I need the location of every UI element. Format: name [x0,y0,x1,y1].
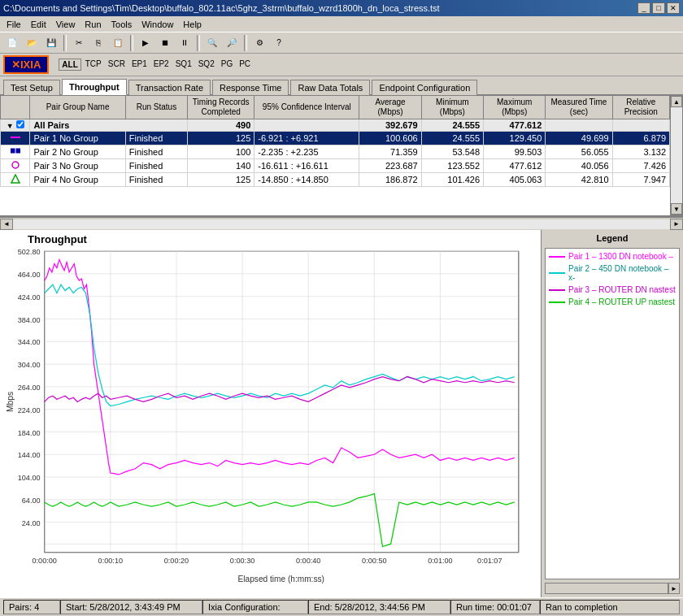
pair1-icon [1,132,30,145]
results-table: Pair Group Name Run Status Timing Record… [0,95,670,187]
paste-button[interactable]: 📋 [109,34,127,52]
menu-help[interactable]: Help [178,18,207,31]
scroll-down-button[interactable]: ▼ [671,203,682,215]
zoom-out-button[interactable]: 🔎 [223,34,241,52]
data-table-area: Pair Group Name Run Status Timing Record… [0,95,683,217]
tab-response-time[interactable]: Response Time [212,80,289,95]
chart-area: Throughput [0,230,541,597]
col-relative-precision: Relative Precision [612,96,669,119]
svg-text:0:00:00: 0:00:00 [32,557,56,565]
filter-tcp[interactable]: TCP [83,59,104,71]
menu-tools[interactable]: Tools [107,18,137,31]
zoom-in-button[interactable]: 🔍 [203,34,221,52]
legend-scroll-right[interactable]: ► [668,583,680,594]
filter-sq1[interactable]: SQ1 [173,59,194,71]
pair1-precision: 6.879 [612,132,669,145]
filter-ep1[interactable]: EP1 [129,59,150,71]
tab-throughput[interactable]: Throughput [62,79,127,95]
filter-sq2[interactable]: SQ2 [196,59,217,71]
pair2-icon [1,145,30,159]
scroll-right-button[interactable]: ► [670,219,683,230]
table-row[interactable]: Pair 4 No Group Finished 125 -14.850 : +… [1,173,670,187]
status-start: Start: 5/28/2012, 3:43:49 PM [60,600,202,614]
scroll-left-button[interactable]: ◄ [0,219,13,230]
chart-svg: 502.80 464.00 424.00 384.00 344.00 304.0… [3,247,531,590]
filter-scr[interactable]: SCR [106,59,128,71]
menu-run[interactable]: Run [80,18,106,31]
svg-text:0:00:40: 0:00:40 [296,557,320,565]
pair4-minimum: 101.426 [421,173,483,187]
status-end: End: 5/28/2012, 3:44:56 PM [308,600,450,614]
tab-transaction-rate[interactable]: Transaction Rate [128,80,211,95]
pair1-records: 125 [188,132,254,145]
svg-text:384.00: 384.00 [18,316,41,324]
table-row[interactable]: Pair 2 No Group Finished 100 -2.235 : +2… [1,145,670,159]
filter-all[interactable]: ALL [59,59,80,71]
pair2-records: 100 [188,145,254,159]
ixia-logo: ✕IXIA [3,55,49,74]
pair3-maximum: 477.612 [484,159,546,173]
window-controls[interactable]: _ □ ✕ [637,2,680,14]
pair2-status: Finished [125,145,187,159]
filter-ep2[interactable]: EP2 [151,59,172,71]
pause-button[interactable]: ⏸ [176,34,194,52]
filter-pc[interactable]: PC [237,59,253,71]
pair2-minimum: 53.548 [421,145,483,159]
all-pairs-row[interactable]: ▼ All Pairs 490 392.679 24.555 477.612 [1,119,670,132]
new-button[interactable]: 📄 [3,34,21,52]
svg-rect-2 [16,149,20,153]
close-button[interactable]: ✕ [667,2,680,14]
col-group [1,96,30,119]
menu-view[interactable]: View [51,18,80,31]
menu-edit[interactable]: Edit [26,18,51,31]
tab-test-setup[interactable]: Test Setup [3,80,60,95]
legend-panel: Legend Pair 1 – 1300 DN notebook – Pair … [541,230,683,597]
table-row[interactable]: Pair 3 No Group Finished 140 -16.611 : +… [1,159,670,173]
pair1-average: 100.606 [359,132,421,145]
svg-text:344.00: 344.00 [18,338,41,346]
pair3-ci: -16.611 : +16.611 [254,159,359,173]
toolbar-separator-4 [244,35,247,51]
all-pairs-expand[interactable]: ▼ [1,119,30,132]
minimize-button[interactable]: _ [637,2,650,14]
help-toolbar-button[interactable]: ? [270,34,288,52]
pair1-time: 49.699 [546,132,612,145]
svg-text:0:00:30: 0:00:30 [230,557,254,565]
run-button[interactable]: ▶ [137,34,154,52]
cut-button[interactable]: ✂ [70,34,88,52]
svg-text:Elapsed time (h:mm:ss): Elapsed time (h:mm:ss) [238,575,324,583]
legend-label-pair4: Pair 4 – ROUTER UP nastest [568,297,675,306]
svg-point-3 [12,162,19,168]
menu-file[interactable]: File [2,18,26,31]
maximize-button[interactable]: □ [652,2,665,14]
save-button[interactable]: 💾 [42,34,60,52]
pair2-ci: -2.235 : +2.235 [254,145,359,159]
open-button[interactable]: 📂 [23,34,41,52]
pair2-time: 56.055 [546,145,612,159]
title-bar: C:\Documents and Settings\Tim\Desktop\bu… [0,0,683,16]
copy-button[interactable]: ⎘ [89,34,107,52]
scroll-up-button[interactable]: ▲ [671,96,682,107]
col-minimum: Minimum (Mbps) [421,96,483,119]
filter-pg[interactable]: PG [219,59,235,71]
menu-window[interactable]: Window [137,18,178,31]
svg-text:304.00: 304.00 [18,361,41,369]
settings-button[interactable]: ⚙ [250,34,268,52]
pair4-precision: 7.947 [612,173,669,187]
horizontal-scrollbar-track [13,219,670,229]
table-scrollbar[interactable]: ▲ ▼ [670,95,683,215]
table-row[interactable]: Pair 1 No Group Finished 125 -6.921 : +6… [1,132,670,145]
menu-bar: File Edit View Run Tools Window Help [0,16,683,33]
pair3-time: 40.056 [546,159,612,173]
svg-text:64.00: 64.00 [22,497,41,505]
status-ixia: Ixia Configuration: [202,600,308,614]
legend-line-pair1 [549,256,565,258]
stop-button[interactable]: ⏹ [156,34,174,52]
svg-text:Mbps: Mbps [6,392,15,412]
pair3-icon [1,159,30,173]
tab-endpoint-config[interactable]: Endpoint Configuration [372,80,477,95]
tab-raw-data-totals[interactable]: Raw Data Totals [290,80,370,95]
pair3-minimum: 123.552 [421,159,483,173]
legend-scrollbar [545,583,668,594]
svg-rect-1 [11,149,15,153]
